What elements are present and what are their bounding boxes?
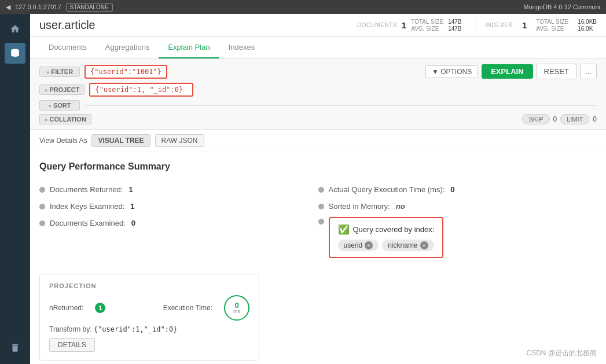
exec-time-item: Actual Query Execution Time (ms): 0 [318, 181, 597, 198]
index-keys-val: 1 [130, 202, 134, 211]
tab-documents[interactable]: Documents [39, 37, 96, 58]
index-tag-userid: userid + [338, 240, 379, 251]
explain-button[interactable]: EXPLAIN [482, 64, 532, 79]
left-col: Documents Returned: 1 Index Keys Examine… [39, 181, 318, 262]
filter-input[interactable]: {"userid":"1001"} [85, 65, 167, 79]
idx-avg-label: AVG. SIZE [536, 25, 568, 32]
index-keys-label: Index Keys Examined: [50, 202, 124, 211]
tag-plus-2: + [420, 241, 428, 249]
content-area: user.article DOCUMENTS 1 TOTAL SIZE AVG.… [30, 14, 606, 364]
avg-size-val: 147B [448, 25, 461, 32]
db-header: user.article DOCUMENTS 1 TOTAL SIZE AVG.… [30, 14, 606, 37]
idx-avg-val: 16.0K [578, 25, 597, 32]
transform-val: {"userid":1,"_id":0} [94, 325, 178, 333]
tabs: Documents Aggregations Explain Plan Inde… [30, 37, 606, 59]
query-actions: ▼ OPTIONS EXPLAIN RESET ... [425, 64, 597, 79]
top-bar-left: ◀ 127.0.0.1:27017 STANDALONE [6, 3, 113, 12]
db-name: user [39, 19, 61, 31]
covered-box: ✅ Query covered by index: userid + nickn… [329, 217, 444, 258]
reset-button[interactable]: RESET [537, 64, 576, 79]
perf-dot [39, 187, 45, 193]
query-bar: ● FILTER {"userid":"1001"} ▼ OPTIONS EXP… [30, 59, 606, 130]
docs-label: DOCUMENTS [357, 22, 397, 28]
idx-total-val: 16.0KB [578, 19, 597, 25]
view-toggle-label: View Details As [39, 137, 87, 145]
size-values: 147B 147B [448, 19, 461, 32]
indexes-label: INDEXES [486, 22, 513, 28]
tag-label-1: userid [344, 241, 363, 249]
docs-examined-val: 0 [131, 219, 135, 227]
skip-limit: SKIP 0 LIMIT 0 [522, 114, 597, 124]
exec-time-circle: 0 ms [224, 295, 249, 321]
covered-item: ✅ Query covered by index: userid + nickn… [318, 215, 597, 262]
exec-time-label: Actual Query Execution Time (ms): [329, 185, 445, 194]
top-bar: ◀ 127.0.0.1:27017 STANDALONE MongoDB 4.0… [0, 0, 606, 14]
right-col: Actual Query Execution Time (ms): 0 Sort… [318, 181, 597, 262]
idx-total-label: TOTAL SIZE [536, 19, 568, 25]
exec-time-proj-label: Execution Time: [163, 304, 212, 312]
limit-label: LIMIT [560, 114, 589, 124]
proj-title: PROJECTION [49, 282, 249, 289]
raw-json-button[interactable]: RAW JSON [155, 134, 204, 147]
perf-dot6 [318, 219, 324, 225]
tab-indexes[interactable]: Indexes [219, 37, 265, 58]
index-tag-nickname: nickname + [382, 240, 434, 251]
skip-label: SKIP [522, 114, 549, 124]
options-button[interactable]: ▼ OPTIONS [425, 65, 478, 78]
section-title: Query Performance Summary [39, 161, 597, 172]
projection-card: PROJECTION nReturned: 1 Execution Time: … [39, 274, 259, 361]
collation-row: ● COLLATION SKIP 0 LIMIT 0 [39, 114, 597, 124]
nreturned-val: 1 [95, 303, 105, 313]
docs-returned-label: Documents Returned: [50, 185, 123, 194]
project-input[interactable]: {"userid":1, "_id":0} [89, 83, 193, 97]
transform-label: Transform by: [49, 325, 92, 333]
standalone-badge: STANDALONE [66, 3, 113, 12]
limit-val: 0 [593, 115, 597, 123]
app-name: MongoDB 4.0.12 Communi [523, 3, 600, 10]
total-size-label: TOTAL SIZE [411, 19, 443, 25]
sort-label: ● SORT [39, 100, 80, 111]
sorted-label: Sorted in Memory: [329, 202, 390, 211]
index-keys-item: Index Keys Examined: 1 [39, 198, 318, 215]
total-size-val: 147B [448, 19, 461, 25]
more-button[interactable]: ... [580, 64, 597, 79]
avg-size-label: AVG. SIZE [411, 25, 443, 32]
sidebar [0, 14, 30, 364]
docs-returned-val: 1 [128, 185, 133, 194]
project-row: ● PROJECT {"userid":1, "_id":0} [39, 83, 597, 97]
docs-examined-label: Documents Examined: [50, 219, 126, 227]
collation-label: ● COLLATION [39, 114, 91, 124]
perf-grid: Documents Returned: 1 Index Keys Examine… [39, 181, 597, 262]
transform-row: Transform by: {"userid":1,"_id":0} [49, 325, 249, 333]
main-content: Query Performance Summary Documents Retu… [30, 152, 606, 364]
size-stats: TOTAL SIZE AVG. SIZE [411, 19, 443, 32]
collection-name: article [64, 19, 95, 31]
host-address: 127.0.0.1:27017 [15, 3, 61, 10]
sidebar-icon-home[interactable] [5, 19, 25, 39]
view-toggle: View Details As VISUAL TREE RAW JSON [30, 130, 606, 152]
exec-time-val: 0 [450, 185, 454, 194]
sidebar-icon-trash[interactable] [5, 337, 25, 358]
sorted-item: Sorted in Memory: no [318, 198, 597, 215]
sidebar-icon-db[interactable] [5, 43, 25, 64]
tab-explain-plan[interactable]: Explain Plan [159, 37, 219, 58]
details-button[interactable]: DETAILS [49, 338, 95, 352]
sorted-val: no [396, 202, 405, 211]
filter-label: ● FILTER [39, 67, 80, 77]
tab-aggregations[interactable]: Aggregations [96, 37, 159, 58]
index-tags: userid + nickname + [338, 240, 435, 251]
perf-dot5 [318, 204, 324, 209]
indexes-stat: INDEXES 1 TOTAL SIZE AVG. SIZE 16.0KB 16… [476, 19, 597, 32]
proj-nreturned-row: nReturned: 1 Execution Time: 0 ms [49, 295, 249, 321]
docs-returned-item: Documents Returned: 1 [39, 181, 318, 198]
tag-label-2: nickname [388, 241, 417, 249]
tag-plus-1: + [365, 241, 373, 249]
project-label: ● PROJECT [39, 84, 85, 95]
docs-stat: DOCUMENTS 1 TOTAL SIZE AVG. SIZE 147B 14… [357, 19, 462, 32]
covered-label: Query covered by index: [353, 225, 435, 234]
check-icon: ✅ [338, 224, 350, 235]
visual-tree-button[interactable]: VISUAL TREE [91, 134, 150, 147]
perf-dot3 [39, 220, 45, 226]
chevron-left-icon[interactable]: ◀ [6, 3, 10, 11]
sort-row: ● SORT [39, 100, 597, 111]
